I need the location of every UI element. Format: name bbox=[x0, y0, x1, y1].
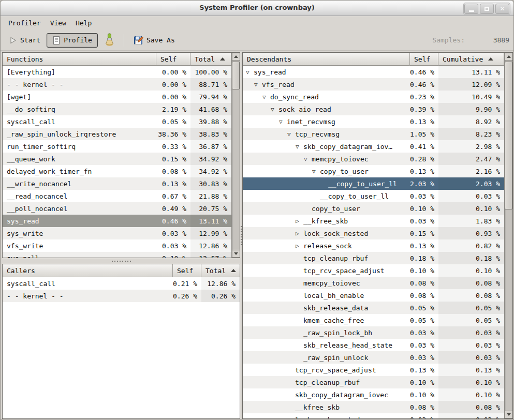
table-row[interactable]: sys_write0.03 %12.99 % bbox=[3, 227, 231, 239]
table-row[interactable]: vfs_write0.03 %12.86 % bbox=[3, 239, 231, 252]
column-header-self[interactable]: Self bbox=[156, 53, 190, 66]
scroll-down-button[interactable] bbox=[505, 411, 513, 418]
start-button[interactable]: Start bbox=[5, 34, 45, 47]
table-row[interactable]: _raw_spin_unlock0.03 %0.03 % bbox=[243, 351, 504, 364]
functions-scrollbar[interactable] bbox=[231, 53, 240, 258]
table-row[interactable]: __do_softirq2.19 %41.68 % bbox=[3, 103, 231, 115]
maximize-button[interactable] bbox=[480, 4, 494, 14]
save-as-button[interactable]: Save As bbox=[129, 33, 179, 48]
table-row[interactable]: [Everything]0.00 %100.00 % bbox=[3, 66, 231, 78]
column-header-descendants[interactable]: Descendants bbox=[243, 53, 410, 66]
total-value: 2.98 % bbox=[438, 140, 504, 153]
table-row[interactable]: ▽inet_recvmsg0.13 %8.92 % bbox=[243, 115, 504, 128]
symbol-name: __kfree_skb bbox=[303, 217, 348, 225]
table-row[interactable]: __read_nocancel0.67 %21.88 % bbox=[3, 190, 231, 202]
column-header-self[interactable]: Self bbox=[173, 264, 201, 277]
expander-open-icon[interactable]: ▽ bbox=[304, 156, 312, 162]
table-row[interactable]: __copy_to_user_ll2.03 %2.03 % bbox=[243, 177, 504, 190]
table-row[interactable]: syscall_call0.21 %12.86 % bbox=[3, 277, 240, 290]
expander-open-icon[interactable]: ▽ bbox=[312, 168, 320, 175]
expander-open-icon[interactable]: ▽ bbox=[296, 143, 303, 150]
table-row[interactable]: ▷__kfree_skb0.03 %1.83 % bbox=[243, 215, 504, 227]
close-button[interactable]: ✕ bbox=[495, 4, 509, 14]
table-row[interactable]: _raw_spin_unlock_irqrestore38.36 %38.83 … bbox=[3, 128, 231, 140]
horizontal-splitter[interactable] bbox=[2, 258, 240, 264]
table-row[interactable]: sys_poll0.10 %12.57 % bbox=[3, 252, 231, 258]
table-row[interactable]: - - kernel - -0.00 %88.71 % bbox=[3, 78, 231, 91]
titlebar[interactable]: System Profiler (on crownbay) ✕ bbox=[1, 1, 513, 16]
scroll-down-button[interactable] bbox=[232, 250, 240, 258]
menu-profiler[interactable]: Profiler bbox=[4, 18, 46, 28]
expander-open-icon[interactable]: ▽ bbox=[254, 81, 262, 88]
expander-open-icon[interactable]: ▽ bbox=[287, 131, 295, 138]
expander-closed-icon[interactable]: ▷ bbox=[296, 230, 303, 237]
symbol-name: _raw_spin_unlock bbox=[303, 354, 368, 362]
table-row[interactable]: kmem_cache_free0.05 %0.05 % bbox=[243, 314, 504, 326]
table-row[interactable]: ▽tcp_recvmsg1.05 %8.23 % bbox=[243, 128, 504, 140]
table-row[interactable]: ▽skb_copy_datagram_iov…0.41 %2.98 % bbox=[243, 140, 504, 153]
table-row[interactable]: __poll_nocancel0.49 %20.75 % bbox=[3, 202, 231, 215]
table-row[interactable]: lock_sock_nested0.03 %0.03 % bbox=[243, 413, 504, 419]
table-row[interactable]: sys_read0.46 %13.11 % bbox=[3, 215, 231, 227]
scrollbar-thumb[interactable] bbox=[505, 62, 512, 209]
scroll-up-button[interactable] bbox=[232, 53, 240, 61]
table-row[interactable]: tcp_rcv_space_adjust0.13 %0.13 % bbox=[243, 364, 504, 376]
table-row[interactable]: syscall_call0.05 %39.88 % bbox=[3, 115, 231, 128]
descendants-scrollbar[interactable] bbox=[504, 53, 512, 418]
minimize-button[interactable] bbox=[464, 4, 478, 14]
table-row[interactable]: __kfree_skb0.08 %0.08 % bbox=[243, 401, 504, 413]
menu-help[interactable]: Help bbox=[71, 18, 96, 28]
table-row[interactable]: ▽copy_to_user0.13 %2.16 % bbox=[243, 165, 504, 177]
self-value: 0.00 % bbox=[156, 91, 190, 103]
scroll-up-button[interactable] bbox=[505, 53, 513, 61]
table-row[interactable]: copy_to_user0.10 %0.10 % bbox=[243, 202, 504, 215]
table-row[interactable]: __write_nocancel0.13 %30.83 % bbox=[3, 177, 231, 190]
table-row[interactable]: __copy_to_user_ll0.03 %0.03 % bbox=[243, 190, 504, 202]
symbol-name: sock_aio_read bbox=[278, 106, 331, 113]
table-row[interactable]: ▽memcpy_toiovec0.28 %2.47 % bbox=[243, 153, 504, 165]
expander-open-icon[interactable]: ▽ bbox=[262, 94, 270, 100]
table-row[interactable]: ▽sys_read0.46 %13.11 % bbox=[243, 66, 504, 78]
total-value: 0.03 % bbox=[438, 190, 504, 202]
table-row[interactable]: ▷lock_sock_nested0.15 %0.93 % bbox=[243, 227, 504, 239]
table-row[interactable]: ▽vfs_read0.46 %12.09 % bbox=[243, 78, 504, 91]
column-header-callers[interactable]: Callers bbox=[3, 264, 173, 277]
profile-toggle[interactable]: Profile bbox=[47, 33, 98, 48]
table-row[interactable]: run_timer_softirq0.33 %36.87 % bbox=[3, 140, 231, 153]
reset-button[interactable] bbox=[100, 31, 119, 50]
expander-open-icon[interactable]: ▽ bbox=[271, 106, 278, 113]
symbol-name: _raw_spin_unlock_irqrestore bbox=[7, 130, 116, 138]
symbol-name: run_timer_softirq bbox=[7, 143, 76, 151]
table-row[interactable]: skb_release_data0.05 %0.05 % bbox=[243, 302, 504, 314]
table-row[interactable]: ▽sock_aio_read0.39 %9.90 % bbox=[243, 103, 504, 115]
table-row[interactable]: - - kernel - -0.26 %0.26 % bbox=[3, 290, 240, 302]
table-row[interactable]: skb_copy_datagram_iovec0.10 %0.10 % bbox=[243, 388, 504, 401]
symbol-name: skb_copy_datagram_iov… bbox=[303, 143, 392, 151]
menu-view[interactable]: View bbox=[46, 18, 71, 28]
column-header-total[interactable]: Total bbox=[190, 53, 231, 66]
table-row[interactable]: skb_release_head_state0.03 %0.03 % bbox=[243, 339, 504, 351]
column-header-self[interactable]: Self bbox=[410, 53, 438, 66]
expander-closed-icon[interactable]: ▷ bbox=[296, 218, 303, 224]
total-value: 21.88 % bbox=[190, 190, 231, 202]
table-row[interactable]: ▽do_sync_read0.23 %10.49 % bbox=[243, 91, 504, 103]
expander-closed-icon[interactable]: ▷ bbox=[296, 243, 303, 249]
column-header-cumulative[interactable]: Cumulative bbox=[438, 53, 504, 66]
column-header-total[interactable]: Total bbox=[201, 264, 240, 277]
self-value: 0.33 % bbox=[156, 140, 190, 153]
table-row[interactable]: delayed_work_timer_fn0.08 %34.92 % bbox=[3, 165, 231, 177]
expander-open-icon[interactable]: ▽ bbox=[246, 69, 254, 76]
column-header-functions[interactable]: Functions bbox=[3, 53, 156, 66]
scrollbar-thumb[interactable] bbox=[232, 62, 240, 89]
table-row[interactable]: [wget]0.00 %79.94 % bbox=[3, 91, 231, 103]
table-row[interactable]: __queue_work0.15 %34.92 % bbox=[3, 153, 231, 165]
symbol-name: skb_release_data bbox=[303, 304, 368, 312]
table-row[interactable]: tcp_cleanup_rbuf0.10 %0.10 % bbox=[243, 376, 504, 388]
table-row[interactable]: memcpy_toiovec0.08 %0.08 % bbox=[243, 277, 504, 289]
table-row[interactable]: local_bh_enable0.08 %0.08 % bbox=[243, 289, 504, 302]
table-row[interactable]: tcp_cleanup_rbuf0.18 %0.18 % bbox=[243, 252, 504, 264]
table-row[interactable]: tcp_rcv_space_adjust0.10 %0.10 % bbox=[243, 264, 504, 277]
expander-open-icon[interactable]: ▽ bbox=[279, 118, 287, 125]
table-row[interactable]: ▷release_sock0.13 %0.82 % bbox=[243, 239, 504, 252]
table-row[interactable]: _raw_spin_lock_bh0.03 %0.03 % bbox=[243, 326, 504, 339]
